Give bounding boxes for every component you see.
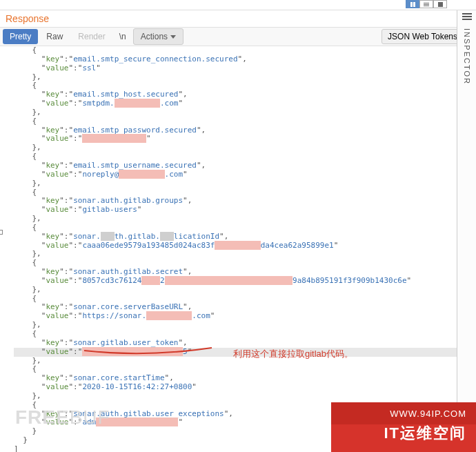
response-title: Response bbox=[6, 13, 49, 24]
tab-render[interactable]: Render bbox=[71, 29, 112, 44]
view-toggle-group bbox=[406, 0, 447, 8]
edge-marker bbox=[0, 230, 3, 235]
columns-icon bbox=[410, 2, 415, 7]
inspector-label: INSPECTOR bbox=[463, 28, 471, 85]
response-body[interactable]: { "key":"email.smtp_secure_connection.se… bbox=[0, 46, 457, 452]
watermark-freebuf: FREEBUF bbox=[15, 406, 110, 429]
tab-raw[interactable]: Raw bbox=[39, 29, 70, 44]
inspector-sidebar[interactable]: INSPECTOR bbox=[457, 10, 476, 452]
view-columns-button[interactable] bbox=[406, 0, 419, 8]
annotation-text: 利用这个直接拉取gitlab代码。 bbox=[233, 348, 353, 360]
tab-pretty[interactable]: Pretty bbox=[3, 29, 38, 44]
actions-label: Actions bbox=[141, 32, 168, 41]
tab-newline[interactable]: \n bbox=[114, 29, 132, 44]
chevron-down-icon bbox=[170, 35, 176, 39]
top-bar bbox=[0, 0, 476, 10]
list-icon bbox=[424, 3, 429, 6]
square-icon bbox=[438, 2, 443, 7]
jwt-label: JSON Web Tokens bbox=[388, 32, 457, 41]
tabs-row: Pretty Raw Render \n Actions JSON Web To… bbox=[0, 27, 476, 46]
inspector-icon bbox=[462, 13, 472, 20]
view-square-button[interactable] bbox=[433, 0, 447, 8]
response-header: Response bbox=[0, 10, 476, 27]
actions-dropdown[interactable]: Actions bbox=[133, 28, 184, 45]
view-list-button[interactable] bbox=[419, 0, 433, 8]
